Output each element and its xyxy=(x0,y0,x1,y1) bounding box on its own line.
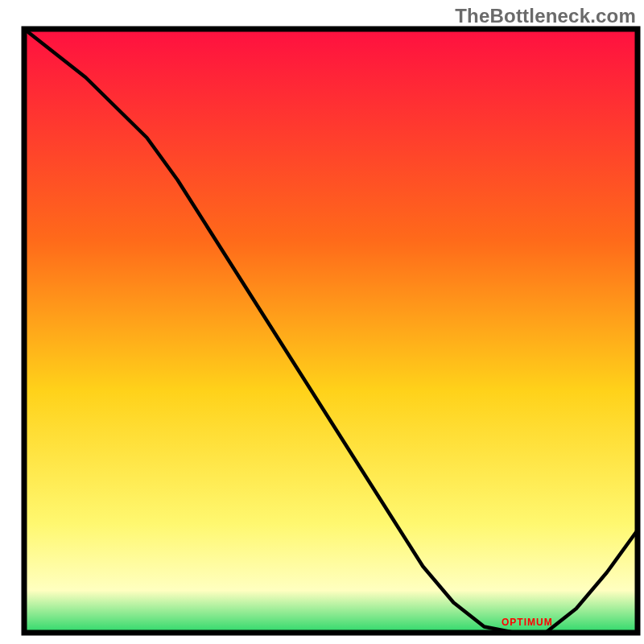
chart-svg: OPTIMUM xyxy=(0,0,644,644)
plot-area xyxy=(24,29,638,633)
chart-stage: TheBottleneck.com OPTIMUM xyxy=(0,0,644,644)
optimum-label: OPTIMUM xyxy=(502,617,553,628)
